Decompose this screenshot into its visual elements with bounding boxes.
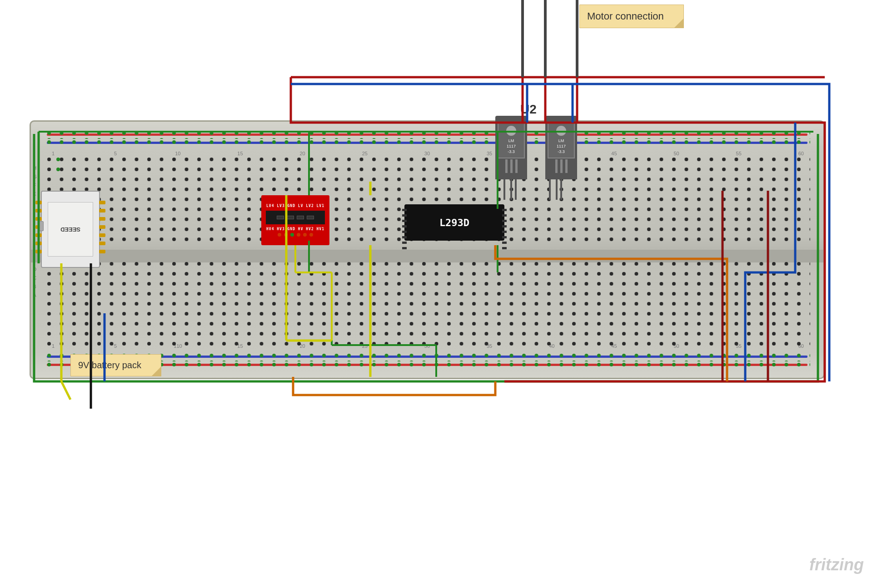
battery-note: 9V battery pack [70, 354, 161, 376]
rail-dots-bottom [47, 352, 810, 370]
svg-line-33 [61, 381, 70, 400]
fritzing-watermark: fritzing [809, 555, 864, 574]
row-letters-top: I H G F E [33, 157, 37, 197]
lm1117-left: LM1117-3.3 [495, 116, 527, 179]
column-numbers-top: 1 5 10 15 20 25 30 35 40 45 50 55 60 [49, 151, 805, 156]
breadboard: 1 5 10 15 20 25 30 35 40 45 50 55 60 1 5… [30, 120, 825, 379]
row-letters-bottom: D C B A [33, 267, 36, 298]
svg-rect-5 [47, 262, 810, 351]
holes-bottom [47, 262, 810, 351]
motor-connection-note: Motor connection [579, 5, 684, 28]
lm1117-right: LM1117-3.3 [545, 116, 577, 179]
svg-rect-8 [47, 130, 810, 147]
esp32-module: SEEED [41, 191, 100, 268]
svg-rect-11 [47, 352, 810, 370]
level-shifter: LV4 LV3 GND LV LV2 LV1 HV4 HV3 GND HV HV… [261, 195, 329, 245]
rail-dots-top [47, 130, 810, 147]
svg-point-2 [56, 158, 60, 161]
u2-label: U2 [520, 102, 537, 117]
center-divider [31, 250, 823, 262]
svg-point-3 [56, 168, 60, 171]
l293d-chip: L293D [404, 204, 504, 241]
